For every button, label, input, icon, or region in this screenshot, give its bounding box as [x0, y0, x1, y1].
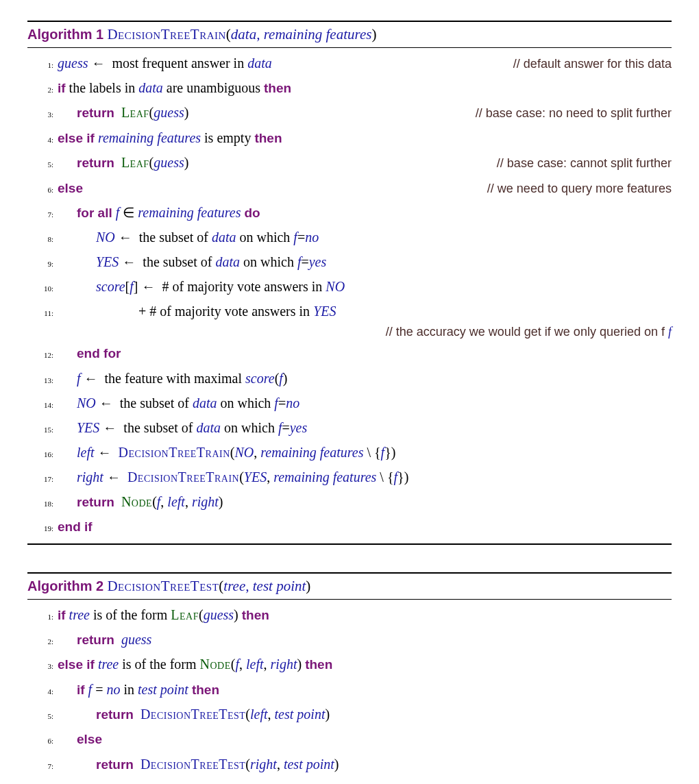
code-content: else if remaining features is empty then — [58, 127, 672, 149]
algorithm-2-body: 1: if tree is of the form Leaf(guess) th… — [27, 600, 672, 784]
line-number: 13: — [27, 375, 58, 387]
algorithm-2-block: Algorithm 2 DecisionTreeTest(tree, test … — [27, 572, 672, 784]
algorithm-1-body: 1: guess ← most frequent answer in data … — [27, 48, 672, 545]
line-number: 18: — [27, 498, 58, 511]
line-number: 2: — [27, 636, 58, 648]
code-content: return Node(f, left, right) — [58, 491, 672, 513]
line-number: 5: — [27, 711, 58, 723]
code-content: end if — [58, 778, 672, 784]
function-name: DecisionTreeTrain — [107, 26, 225, 42]
line-number: 15: — [27, 424, 58, 437]
code-line: 9: YES ← the subset of data on which f=y… — [27, 249, 672, 274]
function-args: tree, test point — [223, 578, 306, 594]
code-content: return Leaf(guess) — [58, 151, 483, 173]
code-line: 7: return DecisionTreeTest(right, test p… — [27, 752, 672, 776]
code-line: 7: for all f ∈ remaining features do — [27, 200, 672, 225]
line-number: 5: — [27, 159, 58, 171]
code-line: 4: else if remaining features is empty t… — [27, 125, 672, 150]
line-number: 10: — [27, 283, 58, 295]
code-content: if f = no in test point then — [58, 678, 672, 700]
code-content: end if — [58, 515, 672, 537]
line-number: 1: — [27, 60, 58, 72]
code-line: 8: end if — [27, 776, 672, 784]
code-content: YES ← the subset of data on which f=yes — [58, 251, 672, 273]
code-line: 8: NO ← the subset of data on which f=no — [27, 225, 672, 249]
line-number: 12: — [27, 350, 58, 362]
line-number: 19: — [27, 523, 58, 535]
code-content: score[f] ← # of majority vote answers in… — [58, 275, 672, 297]
code-line: 2: return guess — [27, 627, 672, 652]
code-content: else — [58, 177, 474, 199]
code-line: 14: NO ← the subset of data on which f=n… — [27, 391, 672, 415]
line-number: 4: — [27, 686, 58, 698]
code-content: return Leaf(guess) — [58, 101, 462, 123]
line-number: 16: — [27, 449, 58, 461]
code-content: if tree is of the form Leaf(guess) then — [58, 604, 672, 626]
line-number: 14: — [27, 400, 58, 412]
code-line: 12: end for — [27, 341, 672, 365]
code-content: f ← the feature with maximal score(f) — [58, 367, 672, 389]
line-number: 7: — [27, 761, 58, 773]
code-line: 3: return Leaf(guess) // base case: no n… — [27, 100, 672, 125]
code-content: NO ← the subset of data on which f=no — [58, 226, 672, 248]
code-content: return guess — [58, 628, 672, 650]
code-line: 3: else if tree is of the form Node(f, l… — [27, 652, 672, 676]
code-content: return DecisionTreeTest(left, test point… — [58, 703, 672, 725]
line-comment: // the accuracy we would get if we only … — [27, 323, 672, 341]
line-number: 7: — [27, 209, 58, 221]
line-comment: // base case: cannot split further — [483, 154, 672, 173]
code-line: 11: + # of majority vote answers in YES — [27, 299, 672, 323]
code-line: 4: if f = no in test point then — [27, 677, 672, 702]
line-number: 3: — [27, 661, 58, 673]
code-line: 17: right ← DecisionTreeTrain(YES, remai… — [27, 465, 672, 489]
code-content: end for — [58, 342, 672, 364]
line-comment: // we need to query more features — [474, 179, 672, 199]
code-line: 6: else // we need to query more feature… — [27, 175, 672, 200]
code-line: 19: end if — [27, 514, 672, 539]
line-number: 2: — [27, 84, 58, 97]
line-number: 6: — [27, 735, 58, 748]
line-number: 6: — [27, 184, 58, 197]
code-content: guess ← most frequent answer in data — [58, 52, 500, 74]
algorithm-1-block: Algorithm 1 DecisionTreeTrain(data, rema… — [27, 21, 672, 545]
line-number: 1: — [27, 611, 58, 624]
code-content: else if tree is of the form Node(f, left… — [58, 653, 672, 675]
algorithm-2-title: Algorithm 2 DecisionTreeTest(tree, test … — [27, 572, 672, 600]
line-number: 8: — [27, 234, 58, 246]
code-content: return DecisionTreeTest(right, test poin… — [58, 753, 672, 775]
code-line: 5: return Leaf(guess) // base case: cann… — [27, 150, 672, 175]
code-content: left ← DecisionTreeTrain(NO, remaining f… — [58, 441, 672, 463]
code-line: 13: f ← the feature with maximal score(f… — [27, 366, 672, 391]
code-content: if the labels in data are unambiguous th… — [58, 77, 672, 99]
code-content: else — [58, 728, 672, 750]
line-number: 17: — [27, 474, 58, 486]
code-line: 18: return Node(f, left, right) — [27, 489, 672, 514]
code-content: for all f ∈ remaining features do — [58, 201, 672, 223]
code-line: 5: return DecisionTreeTest(left, test po… — [27, 702, 672, 726]
line-number: 11: — [27, 308, 58, 320]
code-line: 1: guess ← most frequent answer in data … — [27, 51, 672, 75]
code-content: right ← DecisionTreeTrain(YES, remaining… — [58, 466, 672, 488]
function-args: data, remaining features — [231, 26, 372, 42]
code-line: 6: else — [27, 726, 672, 751]
code-line: 1: if tree is of the form Leaf(guess) th… — [27, 602, 672, 627]
code-line: 2: if the labels in data are unambiguous… — [27, 75, 672, 100]
code-line: 10: score[f] ← # of majority vote answer… — [27, 274, 672, 299]
line-comment: // default answer for this data — [500, 54, 672, 74]
line-number: 3: — [27, 109, 58, 121]
algorithm-1-title: Algorithm 1 DecisionTreeTrain(data, rema… — [27, 21, 672, 48]
line-number: 4: — [27, 134, 58, 147]
code-content: + # of majority vote answers in YES — [58, 300, 672, 322]
line-comment: // base case: no need to split further — [462, 103, 672, 123]
algorithm-label: Algorithm 2 — [27, 578, 103, 593]
code-line: 15: YES ← the subset of data on which f=… — [27, 415, 672, 440]
code-content: YES ← the subset of data on which f=yes — [58, 417, 672, 439]
function-name: DecisionTreeTest — [107, 578, 219, 594]
code-content: NO ← the subset of data on which f=no — [58, 392, 672, 414]
algorithm-label: Algorithm 1 — [27, 27, 103, 42]
line-number: 9: — [27, 258, 58, 271]
code-line: 16: left ← DecisionTreeTrain(NO, remaini… — [27, 440, 672, 465]
